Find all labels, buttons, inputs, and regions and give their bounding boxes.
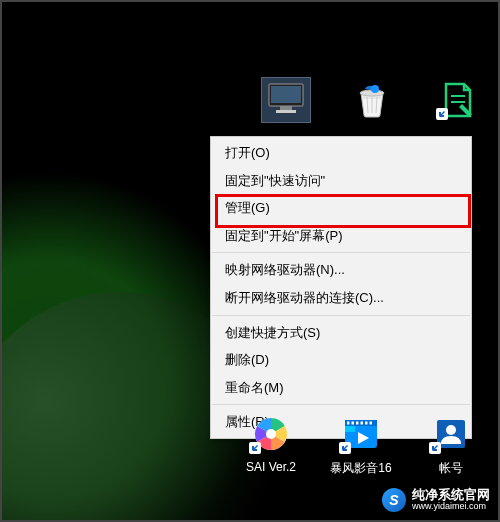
- menu-rename[interactable]: 重命名(M): [211, 374, 471, 402]
- watermark: S 纯净系统官网 www.yidaimei.com: [382, 488, 490, 512]
- baofeng-shortcut[interactable]: 暴风影音16: [326, 412, 396, 477]
- watermark-title: 纯净系统官网: [412, 488, 490, 502]
- menu-separator: [212, 252, 470, 253]
- menu-map-drive[interactable]: 映射网络驱动器(N)...: [211, 256, 471, 284]
- shortcut-badge: [429, 442, 441, 454]
- shortcut-badge: [339, 442, 351, 454]
- menu-separator: [212, 315, 470, 316]
- menu-create-shortcut[interactable]: 创建快捷方式(S): [211, 319, 471, 347]
- menu-open[interactable]: 打开(O): [211, 139, 471, 167]
- svg-rect-13: [347, 422, 350, 425]
- menu-pin-start[interactable]: 固定到"开始"屏幕(P): [211, 222, 471, 250]
- svg-point-5: [371, 85, 379, 93]
- sai-shortcut[interactable]: SAI Ver.2: [236, 412, 306, 477]
- svg-rect-17: [365, 422, 368, 425]
- trash-icon: [353, 81, 391, 119]
- svg-point-9: [266, 429, 276, 439]
- menu-delete[interactable]: 删除(D): [211, 346, 471, 374]
- computer-icon[interactable]: [256, 78, 316, 122]
- menu-manage[interactable]: 管理(G): [211, 194, 471, 222]
- svg-rect-16: [361, 422, 364, 425]
- svg-point-20: [446, 425, 456, 435]
- svg-rect-1: [271, 86, 301, 103]
- svg-rect-2: [280, 106, 292, 110]
- shortcut-badge: [249, 442, 261, 454]
- document-shortcut-icon[interactable]: [428, 78, 488, 122]
- svg-rect-3: [276, 110, 296, 113]
- monitor-icon: [266, 82, 306, 118]
- shortcut-badge: [436, 108, 448, 120]
- svg-rect-14: [352, 422, 355, 425]
- svg-rect-15: [356, 422, 359, 425]
- account-shortcut[interactable]: 帐号: [416, 412, 486, 477]
- menu-pin-quick-access[interactable]: 固定到"快速访问": [211, 167, 471, 195]
- desktop-top-icons: [0, 78, 500, 122]
- menu-separator: [212, 404, 470, 405]
- desktop-bottom-icons: SAI Ver.2 暴风影: [0, 412, 500, 477]
- desktop: 打开(O) 固定到"快速访问" 管理(G) 固定到"开始"屏幕(P) 映射网络驱…: [0, 0, 500, 522]
- watermark-logo: S: [382, 488, 406, 512]
- watermark-url: www.yidaimei.com: [412, 502, 490, 512]
- icon-label: 暴风影音16: [330, 460, 391, 477]
- recycle-bin-icon[interactable]: [342, 78, 402, 122]
- menu-disconnect-drive[interactable]: 断开网络驱动器的连接(C)...: [211, 284, 471, 312]
- icon-label: SAI Ver.2: [246, 460, 296, 474]
- svg-rect-18: [370, 422, 373, 425]
- icon-label: 帐号: [439, 460, 463, 477]
- context-menu: 打开(O) 固定到"快速访问" 管理(G) 固定到"开始"屏幕(P) 映射网络驱…: [210, 136, 472, 439]
